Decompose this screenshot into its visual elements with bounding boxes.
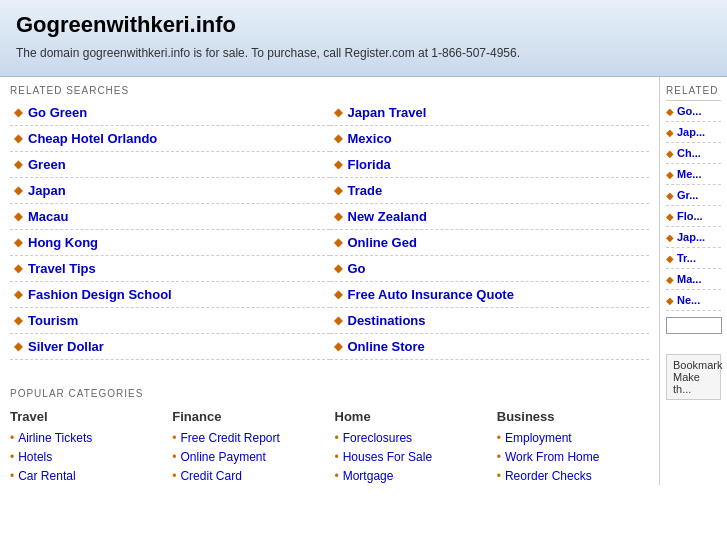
sidebar-link[interactable]: Ma... — [677, 273, 701, 285]
sidebar-link[interactable]: Jap... — [677, 126, 705, 138]
sidebar-item: ◆Ne... — [666, 290, 721, 311]
search-link[interactable]: Silver Dollar — [28, 339, 104, 354]
arrow-icon: ◆ — [666, 169, 674, 180]
arrow-icon: ◆ — [334, 314, 342, 327]
site-title: Gogreenwithkeri.info — [16, 12, 711, 38]
list-item: Car Rental — [10, 466, 162, 485]
category-header: Business — [497, 409, 649, 424]
category-link[interactable]: Work From Home — [505, 450, 599, 464]
arrow-icon: ◆ — [334, 236, 342, 249]
category-link[interactable]: Houses For Sale — [343, 450, 432, 464]
search-item: ◆Cheap Hotel Orlando — [10, 126, 330, 152]
category-link[interactable]: Employment — [505, 431, 572, 445]
sidebar-item: ◆Jap... — [666, 122, 721, 143]
header-section: Gogreenwithkeri.info The domain gogreenw… — [0, 0, 727, 77]
category-link[interactable]: Foreclosures — [343, 431, 412, 445]
search-item: ◆Macau — [10, 204, 330, 230]
search-item: ◆Japan — [10, 178, 330, 204]
arrow-icon: ◆ — [666, 190, 674, 201]
category-link[interactable]: Airline Tickets — [18, 431, 92, 445]
search-link[interactable]: Macau — [28, 209, 68, 224]
arrow-icon: ◆ — [334, 340, 342, 353]
sidebar-link[interactable]: Me... — [677, 168, 701, 180]
sidebar-item: ◆Ch... — [666, 143, 721, 164]
category-link[interactable]: Hotels — [18, 450, 52, 464]
search-item: ◆Japan Travel — [330, 100, 650, 126]
sidebar-item: ◆Gr... — [666, 185, 721, 206]
search-item: ◆Mexico — [330, 126, 650, 152]
search-item: ◆Trade — [330, 178, 650, 204]
search-link[interactable]: Go — [348, 261, 366, 276]
search-item: ◆Online Ged — [330, 230, 650, 256]
list-item: Work From Home — [497, 447, 649, 466]
search-link[interactable]: Destinations — [348, 313, 426, 328]
arrow-icon: ◆ — [14, 210, 22, 223]
search-link[interactable]: Cheap Hotel Orlando — [28, 131, 157, 146]
search-link[interactable]: Trade — [348, 183, 383, 198]
category-column: HomeForeclosuresHouses For SaleMortgage — [335, 409, 487, 485]
arrow-icon: ◆ — [666, 211, 674, 222]
arrow-icon: ◆ — [334, 106, 342, 119]
list-item: Credit Card — [172, 466, 324, 485]
main-wrapper: RELATED SEARCHES ◆Go Green◆Cheap Hotel O… — [0, 77, 727, 485]
sidebar-link[interactable]: Ne... — [677, 294, 700, 306]
arrow-icon: ◆ — [14, 184, 22, 197]
category-link[interactable]: Reorder Checks — [505, 469, 592, 483]
search-link[interactable]: Mexico — [348, 131, 392, 146]
arrow-icon: ◆ — [14, 314, 22, 327]
category-link[interactable]: Online Payment — [180, 450, 265, 464]
search-link[interactable]: Japan — [28, 183, 66, 198]
category-link[interactable]: Mortgage — [343, 469, 394, 483]
search-link[interactable]: Japan Travel — [348, 105, 427, 120]
sidebar-link[interactable]: Go... — [677, 105, 701, 117]
list-item: Reorder Checks — [497, 466, 649, 485]
sidebar-link[interactable]: Gr... — [677, 189, 698, 201]
categories-grid: TravelAirline TicketsHotelsCar RentalFin… — [10, 403, 649, 485]
search-column-left: ◆Go Green◆Cheap Hotel Orlando◆Green◆Japa… — [10, 100, 330, 360]
search-link[interactable]: Green — [28, 157, 66, 172]
search-link[interactable]: Online Ged — [348, 235, 417, 250]
sidebar-link[interactable]: Ch... — [677, 147, 701, 159]
sidebar-item: ◆Me... — [666, 164, 721, 185]
arrow-icon: ◆ — [334, 132, 342, 145]
search-link[interactable]: Travel Tips — [28, 261, 96, 276]
category-link[interactable]: Car Rental — [18, 469, 75, 483]
sidebar-link[interactable]: Jap... — [677, 231, 705, 243]
arrow-icon: ◆ — [666, 232, 674, 243]
bookmark-label: Bookmark — [673, 359, 723, 371]
search-link[interactable]: Hong Kong — [28, 235, 98, 250]
list-item: Employment — [497, 428, 649, 447]
related-searches-header: RELATED SEARCHES — [10, 77, 649, 100]
sidebar-item: ◆Ma... — [666, 269, 721, 290]
search-link[interactable]: Free Auto Insurance Quote — [348, 287, 514, 302]
search-item: ◆Online Store — [330, 334, 650, 360]
sidebar-search-input[interactable] — [666, 317, 722, 334]
arrow-icon: ◆ — [334, 288, 342, 301]
search-link[interactable]: Fashion Design School — [28, 287, 172, 302]
category-header: Travel — [10, 409, 162, 424]
list-item: Free Credit Report — [172, 428, 324, 447]
related-searches-grid: ◆Go Green◆Cheap Hotel Orlando◆Green◆Japa… — [10, 100, 649, 360]
search-link[interactable]: Online Store — [348, 339, 425, 354]
sidebar-items-container: ◆Go...◆Jap...◆Ch...◆Me...◆Gr...◆Flo...◆J… — [666, 101, 721, 311]
list-item: Online Payment — [172, 447, 324, 466]
arrow-icon: ◆ — [666, 295, 674, 306]
search-item: ◆Hong Kong — [10, 230, 330, 256]
search-link[interactable]: Go Green — [28, 105, 87, 120]
sidebar-item: ◆Go... — [666, 101, 721, 122]
search-link[interactable]: Tourism — [28, 313, 78, 328]
arrow-icon: ◆ — [14, 132, 22, 145]
category-link[interactable]: Credit Card — [180, 469, 241, 483]
arrow-icon: ◆ — [14, 288, 22, 301]
arrow-icon: ◆ — [334, 262, 342, 275]
search-item: ◆Fashion Design School — [10, 282, 330, 308]
arrow-icon: ◆ — [14, 236, 22, 249]
category-link[interactable]: Free Credit Report — [180, 431, 279, 445]
sidebar-link[interactable]: Flo... — [677, 210, 703, 222]
search-link[interactable]: Florida — [348, 157, 391, 172]
search-link[interactable]: New Zealand — [348, 209, 427, 224]
sidebar-link[interactable]: Tr... — [677, 252, 696, 264]
popular-categories-header: POPULAR CATEGORIES — [10, 380, 649, 403]
bookmark-box: Bookmark Make th... — [666, 354, 721, 400]
list-item: Hotels — [10, 447, 162, 466]
